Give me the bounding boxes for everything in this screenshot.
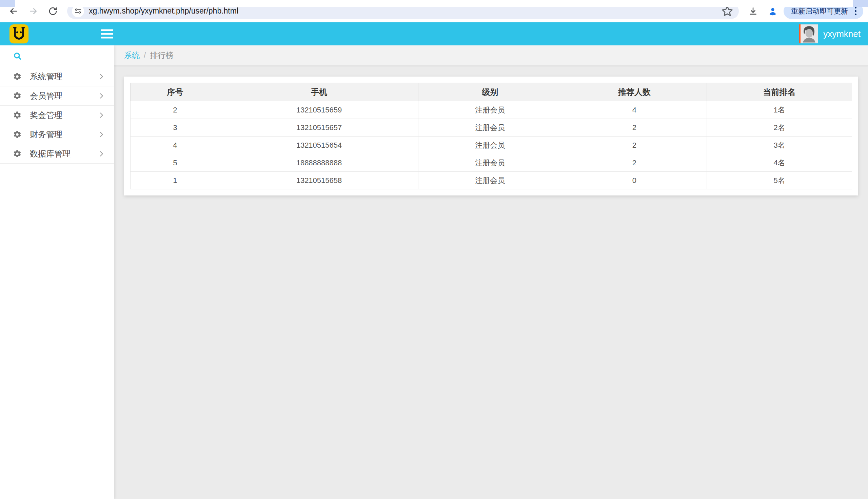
browser-menu-icon[interactable] (853, 5, 858, 16)
table-cell: 注册会员 (418, 136, 562, 154)
table-row: 213210515659注册会员41名 (131, 101, 852, 119)
sidebar-item-label: 会员管理 (30, 90, 98, 101)
table-cell: 5 (131, 154, 220, 172)
gear-icon (13, 130, 22, 139)
content-area: 系统 / 排行榜 序号手机级别推荐人数当前排名 213210515659注册会员… (114, 45, 868, 499)
table-cell: 0 (562, 172, 707, 190)
table-cell: 5名 (707, 172, 852, 190)
sidebar: 系统管理 会员管理 奖金管理 财务管理 数据库管理 (0, 45, 114, 499)
app-header: yxymknet (0, 22, 868, 45)
table-cell: 注册会员 (418, 101, 562, 119)
table-row: 518888888888注册会员24名 (131, 154, 852, 172)
table-cell: 1名 (707, 101, 852, 119)
column-header-5: 当前排名 (707, 83, 852, 101)
table-cell: 注册会员 (418, 119, 562, 136)
table-cell: 13210515654 (220, 136, 418, 154)
ranking-card: 序号手机级别推荐人数当前排名 213210515659注册会员41名313210… (124, 76, 858, 195)
sidebar-item-3[interactable]: 奖金管理 (0, 106, 114, 125)
window-corner-right (853, 0, 868, 7)
table-cell: 4 (131, 136, 220, 154)
table-cell: 3名 (707, 136, 852, 154)
download-icon (748, 6, 758, 16)
table-cell: 2 (562, 119, 707, 136)
search-icon (13, 51, 22, 61)
column-header-4: 推荐人数 (562, 83, 707, 101)
table-cell: 2 (562, 154, 707, 172)
chevron-right-icon (98, 111, 105, 119)
table-row: 413210515654注册会员23名 (131, 136, 852, 154)
browser-toolbar: xg.hwym.shop/yxymknet.php/user/phb.html … (0, 0, 868, 22)
table-row: 313210515657注册会员22名 (131, 119, 852, 136)
sidebar-item-label: 系统管理 (30, 71, 98, 82)
chevron-right-icon (98, 73, 105, 80)
table-cell: 3 (131, 119, 220, 136)
gear-icon (13, 149, 22, 158)
user-menu[interactable]: yxymknet (799, 24, 860, 44)
sidebar-toggle-button[interactable] (99, 27, 115, 41)
sidebar-item-1[interactable]: 系统管理 (0, 67, 114, 86)
table-cell: 2 (562, 136, 707, 154)
back-icon (9, 6, 19, 16)
table-cell: 2 (131, 101, 220, 119)
sidebar-search[interactable] (0, 45, 114, 67)
sidebar-item-2[interactable]: 会员管理 (0, 86, 114, 106)
table-cell: 注册会员 (418, 172, 562, 190)
sidebar-item-label: 财务管理 (30, 129, 98, 140)
sidebar-item-label: 数据库管理 (30, 148, 98, 159)
table-header-row: 序号手机级别推荐人数当前排名 (131, 83, 852, 101)
site-settings-icon (74, 8, 82, 15)
ranking-table: 序号手机级别推荐人数当前排名 213210515659注册会员41名313210… (130, 83, 852, 190)
table-row: 113210515658注册会员05名 (131, 172, 852, 190)
window-corner-left (0, 0, 15, 7)
table-cell: 13210515658 (220, 172, 418, 190)
table-cell: 4名 (707, 154, 852, 172)
page-body: 系统管理 会员管理 奖金管理 财务管理 数据库管理 (0, 45, 868, 499)
column-header-1: 序号 (131, 83, 220, 101)
app-logo[interactable] (9, 24, 29, 44)
column-header-2: 手机 (220, 83, 418, 101)
gear-icon (13, 111, 22, 120)
table-cell: 13210515659 (220, 101, 418, 119)
profile-icon (768, 6, 778, 16)
sidebar-item-5[interactable]: 数据库管理 (0, 144, 114, 163)
username: yxymknet (823, 29, 860, 39)
breadcrumb-separator: / (144, 51, 146, 60)
table-body: 213210515659注册会员41名313210515657注册会员22名41… (131, 101, 852, 190)
gear-icon (13, 72, 22, 81)
table-cell: 注册会员 (418, 154, 562, 172)
table-cell: 1 (131, 172, 220, 190)
breadcrumb: 系统 / 排行榜 (114, 45, 868, 66)
table-cell: 18888888888 (220, 154, 418, 172)
sidebar-item-4[interactable]: 财务管理 (0, 125, 114, 144)
chevron-right-icon (98, 150, 105, 158)
breadcrumb-current-page: 排行榜 (150, 50, 173, 61)
column-header-3: 级别 (418, 83, 562, 101)
browser-update-label: 重新启动即可更新 (791, 7, 848, 16)
window-top-edge (0, 0, 868, 7)
chevron-right-icon (98, 131, 105, 138)
sidebar-item-label: 奖金管理 (30, 110, 98, 121)
sidebar-menu: 系统管理 会员管理 奖金管理 财务管理 数据库管理 (0, 67, 114, 163)
chevron-right-icon (98, 92, 105, 100)
gear-icon (13, 92, 22, 100)
table-cell: 4 (562, 101, 707, 119)
avatar (799, 24, 818, 44)
url-text[interactable]: xg.hwym.shop/yxymknet.php/user/phb.html (89, 7, 721, 15)
forward-icon (28, 6, 38, 16)
table-cell: 13210515657 (220, 119, 418, 136)
breadcrumb-section-link[interactable]: 系统 (124, 50, 140, 61)
browser-window: xg.hwym.shop/yxymknet.php/user/phb.html … (0, 0, 868, 499)
reload-icon (48, 6, 58, 16)
table-cell: 2名 (707, 119, 852, 136)
